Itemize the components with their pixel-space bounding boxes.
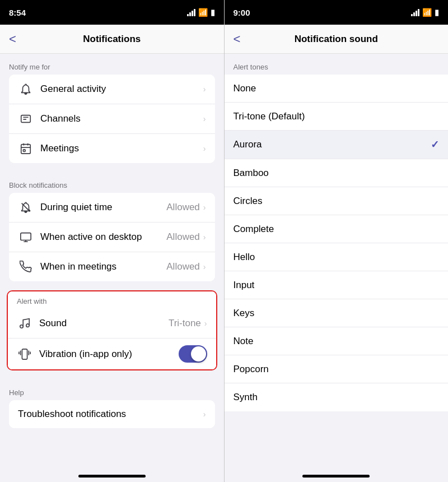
tone-aurora[interactable]: Aurora ✓ — [225, 131, 449, 159]
left-back-button[interactable]: < — [9, 31, 21, 48]
channels-chevron: › — [203, 114, 206, 123]
left-battery-icon: ▮ — [211, 8, 215, 17]
tone-popcorn[interactable]: Popcorn — [225, 355, 449, 383]
general-activity-chevron: › — [203, 85, 206, 94]
right-battery-icon: ▮ — [435, 8, 439, 17]
right-home-indicator — [225, 463, 449, 482]
troubleshoot-chevron: › — [203, 410, 206, 419]
in-meetings-label: When in meetings — [40, 261, 166, 272]
svg-point-12 — [20, 325, 24, 328]
alert-section-label: Alert with — [8, 291, 216, 309]
in-meetings-chevron: › — [203, 262, 206, 271]
toggle-track[interactable] — [179, 345, 207, 363]
help-section-label: Help — [0, 379, 224, 400]
tone-synth[interactable]: Synth — [225, 383, 449, 411]
tone-hello[interactable]: Hello — [225, 243, 449, 271]
troubleshoot-item[interactable]: Troubleshoot notifications › — [9, 400, 215, 428]
tone-complete[interactable]: Complete — [225, 215, 449, 243]
quiet-time-item[interactable]: During quiet time Allowed › — [9, 193, 215, 223]
help-list-group: Troubleshoot notifications › — [9, 400, 215, 428]
right-time: 9:00 — [234, 8, 250, 17]
in-meetings-value: Allowed — [166, 261, 200, 272]
desktop-icon — [18, 229, 34, 245]
sound-label: Sound — [39, 318, 169, 329]
sound-item[interactable]: Sound Tri-tone › — [8, 309, 216, 339]
toggle-thumb — [191, 346, 206, 362]
tone-note[interactable]: Note — [225, 327, 449, 355]
quiet-time-chevron: › — [203, 203, 206, 212]
tones-list: None Tri-tone (Default) Aurora ✓ Bamboo … — [225, 75, 449, 411]
alert-section: Alert with Sound Tri-tone › — [7, 290, 217, 370]
right-signal-icon — [411, 9, 419, 16]
notify-section-label: Notify me for — [0, 54, 224, 75]
alert-list-group: Sound Tri-tone › Vib — [8, 309, 216, 369]
meetings-chevron: › — [203, 144, 206, 153]
svg-rect-9 — [21, 233, 31, 240]
bell-icon — [18, 81, 34, 97]
svg-point-13 — [26, 324, 30, 327]
left-wifi-icon: 📶 — [198, 8, 208, 17]
right-status-bar: 9:00 📶 ▮ — [225, 0, 449, 25]
general-activity-label: General activity — [40, 84, 203, 95]
right-nav-title: Notification sound — [295, 34, 378, 45]
vibrate-icon — [17, 346, 32, 362]
alert-tones-label: Alert tones — [225, 54, 449, 75]
aurora-checkmark: ✓ — [431, 138, 439, 151]
sound-chevron: › — [204, 319, 207, 328]
left-time: 8:54 — [9, 8, 26, 17]
left-nav-title: Notifications — [83, 34, 141, 45]
meetings-item[interactable]: Meetings › — [9, 134, 215, 163]
tone-keys[interactable]: Keys — [225, 299, 449, 327]
calendar-icon — [18, 141, 34, 156]
active-desktop-chevron: › — [203, 233, 206, 242]
right-panel: 9:00 📶 ▮ < Notification sound Alert tone… — [225, 0, 449, 482]
svg-rect-7 — [23, 150, 25, 152]
svg-rect-0 — [21, 115, 31, 123]
right-nav-bar: < Notification sound — [225, 25, 449, 54]
vibration-toggle[interactable] — [179, 345, 207, 363]
left-status-bar: 8:54 📶 ▮ — [0, 0, 224, 25]
notify-list-group: General activity › Channels › — [9, 75, 215, 163]
left-nav-bar: < Notifications — [0, 25, 224, 54]
left-home-indicator — [0, 463, 224, 482]
left-home-bar — [78, 475, 146, 478]
left-content: Notify me for General activity › — [0, 54, 224, 463]
left-signal-icon — [187, 9, 195, 16]
quiet-time-label: During quiet time — [40, 202, 166, 213]
right-home-bar — [302, 475, 370, 478]
channel-icon — [18, 111, 34, 127]
tone-bamboo[interactable]: Bamboo — [225, 159, 449, 187]
svg-rect-3 — [21, 145, 31, 154]
quiet-icon — [18, 200, 34, 215]
right-back-button[interactable]: < — [234, 31, 245, 48]
music-icon — [17, 316, 32, 331]
troubleshoot-label: Troubleshoot notifications — [18, 409, 203, 420]
svg-rect-14 — [22, 349, 27, 359]
meetings-label: Meetings — [40, 143, 203, 154]
tone-input[interactable]: Input — [225, 271, 449, 299]
phone-icon — [18, 259, 34, 275]
active-desktop-value: Allowed — [166, 231, 200, 243]
tone-none[interactable]: None — [225, 75, 449, 103]
left-status-icons: 📶 ▮ — [187, 8, 215, 17]
in-meetings-item[interactable]: When in meetings Allowed › — [9, 252, 215, 281]
tone-circles[interactable]: Circles — [225, 187, 449, 215]
sound-value: Tri-tone — [169, 318, 201, 329]
vibration-label: Vibration (in-app only) — [39, 349, 179, 360]
active-desktop-label: When active on desktop — [40, 231, 166, 243]
right-content: Alert tones None Tri-tone (Default) Auro… — [225, 54, 449, 463]
block-section-label: Block notifications — [0, 172, 224, 193]
vibration-item: Vibration (in-app only) — [8, 339, 216, 369]
block-list-group: During quiet time Allowed › When active … — [9, 193, 215, 281]
quiet-time-value: Allowed — [166, 202, 200, 213]
right-status-icons: 📶 ▮ — [411, 8, 439, 17]
tone-tritone[interactable]: Tri-tone (Default) — [225, 103, 449, 131]
left-panel: 8:54 📶 ▮ < Notifications Notify me for — [0, 0, 224, 482]
general-activity-item[interactable]: General activity › — [9, 75, 215, 104]
right-wifi-icon: 📶 — [422, 8, 432, 17]
active-desktop-item[interactable]: When active on desktop Allowed › — [9, 223, 215, 252]
channels-label: Channels — [40, 113, 203, 124]
channels-item[interactable]: Channels › — [9, 104, 215, 134]
